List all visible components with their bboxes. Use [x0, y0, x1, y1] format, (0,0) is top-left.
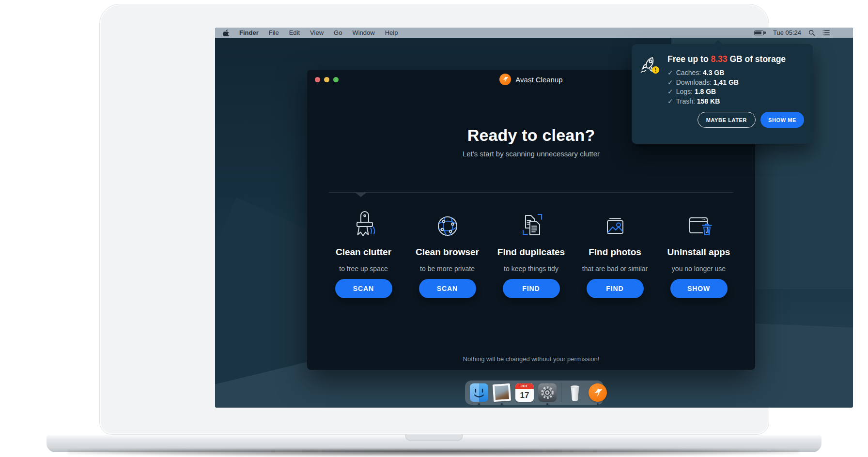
photos-icon — [597, 207, 634, 245]
check-icon: ✓ — [667, 97, 673, 105]
uninstall-icon — [681, 207, 717, 245]
feature-title: Clean browser — [416, 247, 479, 258]
menu-item-finder[interactable]: Finder — [239, 29, 259, 36]
search-icon[interactable] — [808, 30, 815, 36]
dock-trash-icon[interactable] — [566, 383, 584, 402]
list-item-downloads: ✓Downloads: 1,41 GB — [667, 78, 804, 88]
calendar-day: 17 — [515, 389, 534, 402]
calendar-month: JUL — [515, 383, 534, 389]
page-subtitle: Let’s start by scanning unnecessary clut… — [307, 150, 755, 158]
feature-uninstall-apps: Uninstall apps you no longer use SHOW — [657, 207, 741, 298]
running-indicator — [501, 403, 503, 405]
running-indicator — [597, 403, 599, 405]
duplicates-icon — [513, 207, 550, 245]
dock-mail-icon[interactable] — [493, 383, 511, 402]
dock-divider — [561, 383, 561, 402]
permission-note: Nothing will be changed without your per… — [307, 355, 755, 363]
feature-title: Find duplicates — [497, 247, 565, 258]
feature-find-photos: Find photos that are bad or similar FIND — [573, 207, 657, 298]
brush-icon — [345, 207, 382, 245]
feature-title: Find photos — [589, 247, 641, 258]
menu-clock[interactable]: Tue 05:24 — [773, 29, 801, 36]
maybe-later-button[interactable]: MAYBE LATER — [698, 112, 756, 128]
dock-finder-icon[interactable] — [470, 383, 488, 402]
feature-subtitle: to free up space — [339, 265, 388, 273]
battery-icon — [754, 30, 766, 35]
menu-item-go[interactable]: Go — [334, 29, 342, 36]
feature-clean-browser: Clean browser to be more private SCAN — [405, 207, 489, 298]
list-item-logs: ✓Logs: 1.8 GB — [667, 87, 804, 97]
menu-item-window[interactable]: Window — [352, 29, 374, 36]
menu-bar-left: Finder File Edit View Go Window Help — [223, 29, 398, 36]
check-icon: ✓ — [667, 78, 673, 86]
check-icon: ✓ — [667, 88, 673, 95]
menu-item-file[interactable]: File — [269, 29, 279, 36]
feature-subtitle: to keep things tidy — [504, 265, 558, 273]
warning-badge-icon: ! — [652, 66, 659, 74]
scan-browser-button[interactable]: SCAN — [419, 279, 476, 298]
laptop-base-notch — [405, 435, 463, 441]
rocket-icon: ! — [639, 54, 662, 128]
feature-subtitle: that are bad or similar — [582, 265, 648, 273]
app-title: Avast Cleanup — [515, 76, 562, 84]
menu-item-view[interactable]: View — [310, 29, 324, 36]
dock: JUL 17 — [465, 381, 604, 405]
laptop-mockup: Finder File Edit View Go Window Help Tue… — [0, 0, 868, 457]
selected-tab-pointer — [356, 193, 366, 197]
feature-subtitle: to be more private — [420, 265, 475, 273]
menu-item-edit[interactable]: Edit — [289, 29, 300, 36]
find-duplicates-button[interactable]: FIND — [503, 279, 560, 298]
globe-icon — [429, 207, 466, 245]
feature-find-duplicates: Find duplicates to keep things tidy FIND — [489, 207, 573, 298]
menu-bar-right: Tue 05:24 — [754, 29, 830, 36]
feature-row: Clean clutter to free up space SCAN — [322, 207, 741, 298]
laptop-shadow — [68, 449, 799, 456]
menu-bar: Finder File Edit View Go Window Help Tue… — [215, 28, 853, 38]
list-item-caches: ✓Caches: 4.3 GB — [667, 68, 804, 78]
storage-amount: 8.33 — [711, 54, 727, 64]
feature-clean-clutter: Clean clutter to free up space SCAN — [322, 207, 405, 298]
dock-avast-icon[interactable] — [589, 383, 607, 402]
avast-logo-icon — [499, 74, 511, 85]
show-apps-button[interactable]: SHOW — [670, 279, 728, 298]
popup-title: Free up to 8.33 GB of storage — [667, 54, 804, 64]
notification-center-icon[interactable] — [822, 30, 830, 36]
menu-item-help[interactable]: Help — [385, 29, 398, 36]
feature-title: Uninstall apps — [667, 247, 730, 258]
section-divider — [329, 192, 733, 193]
laptop-screen: Finder File Edit View Go Window Help Tue… — [215, 28, 853, 408]
apple-menu-icon[interactable] — [223, 29, 229, 36]
dock-settings-icon[interactable] — [538, 383, 557, 402]
feature-subtitle: you no longer use — [672, 265, 726, 273]
laptop-lid: Finder File Edit View Go Window Help Tue… — [99, 4, 769, 435]
list-item-trash: ✓Trash: 158 KB — [667, 97, 804, 107]
scan-clutter-button[interactable]: SCAN — [335, 279, 392, 298]
running-indicator — [546, 403, 548, 405]
dock-calendar-icon[interactable]: JUL 17 — [515, 383, 534, 402]
running-indicator — [478, 403, 480, 405]
cleanup-items-list: ✓Caches: 4.3 GB ✓Downloads: 1,41 GB ✓Log… — [667, 68, 804, 106]
feature-title: Clean clutter — [336, 247, 391, 258]
show-me-button[interactable]: SHOW ME — [760, 112, 804, 128]
storage-notification-popup: ! Free up to 8.33 GB of storage ✓Caches:… — [632, 44, 813, 144]
check-icon: ✓ — [667, 69, 673, 76]
popup-actions: MAYBE LATER SHOW ME — [667, 112, 804, 128]
find-photos-button[interactable]: FIND — [587, 279, 644, 298]
